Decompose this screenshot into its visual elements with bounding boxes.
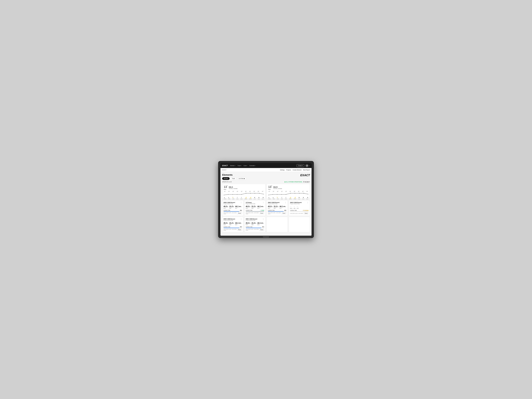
card-title-4: 3048 X 3048 Element bbox=[290, 202, 302, 203]
metric-max-3: 45.3°C MAX bbox=[268, 206, 272, 209]
date-range-3: AUG 23/22 12:05 - AUG 23/22 18:00 bbox=[268, 212, 282, 214]
weather-icon: ☁ bbox=[224, 197, 225, 198]
weather-icon: 🌙 bbox=[245, 197, 247, 198]
weather-site-location-a: Toronto, Canada bbox=[229, 188, 237, 189]
tab-list-view[interactable]: List View ▶ bbox=[237, 177, 247, 180]
nav-item-track[interactable]: Track ▾ bbox=[237, 164, 242, 167]
card-menu-3[interactable]: ⋮ bbox=[285, 202, 286, 203]
element-card-4: 3048 X 3048 Element Project 20192 A Site… bbox=[289, 200, 310, 216]
card-menu-6[interactable]: ⋮ bbox=[262, 218, 264, 220]
chevron-down-icon: ▾ bbox=[255, 165, 255, 166]
weather-icon: 🌙 bbox=[290, 197, 291, 198]
card-project-1: Project 20192 A Site bbox=[223, 203, 235, 204]
svg-point-0 bbox=[224, 195, 224, 195]
weather-condition-a: Rain bbox=[224, 189, 228, 190]
svg-point-6 bbox=[250, 193, 251, 194]
svg-point-14 bbox=[286, 194, 286, 195]
svg-point-12 bbox=[277, 194, 277, 195]
svg-point-1 bbox=[228, 194, 228, 195]
settings-link[interactable]: Settings bbox=[280, 169, 285, 171]
metric-max-6: 45.3°C MAX bbox=[246, 222, 250, 225]
svg-point-4 bbox=[241, 194, 242, 195]
main-content: Elements Monitor Track List View ▶ EXACT… bbox=[221, 172, 311, 236]
reset-button-3[interactable]: Reset bbox=[282, 212, 286, 214]
card-menu-4[interactable]: ⋮ bbox=[307, 202, 309, 203]
svg-point-3 bbox=[237, 194, 237, 195]
chevron-down-icon: ▾ bbox=[247, 165, 247, 166]
date-range-2: AUG 23/22 12:05 - AUG 23/22 18:00 bbox=[246, 212, 260, 214]
metric-mat-2: 44.1 MPa MAT bbox=[257, 206, 263, 209]
card-title-2: 12 Primary bbox=[246, 202, 255, 203]
create-element-link[interactable]: Create Element bbox=[293, 169, 301, 171]
metric-min-3: 21.2°C MIN bbox=[274, 206, 278, 209]
reset-button-5[interactable]: Reset bbox=[237, 229, 242, 231]
card-menu-2[interactable]: ⋮ bbox=[262, 202, 264, 203]
weather-line-chart-b bbox=[268, 192, 308, 196]
card-menu-5[interactable]: ⋮ bbox=[240, 218, 242, 220]
element-card-1: 3048 X 3048 Element Project 20192 A Site… bbox=[222, 200, 243, 216]
weather-site-name-a: Site A bbox=[229, 186, 237, 188]
reset-button-2[interactable]: Reset bbox=[260, 212, 264, 214]
progress-bar-3 bbox=[268, 211, 286, 212]
create-button[interactable]: Create ▾ bbox=[297, 164, 304, 167]
weather-condition-b: Rain bbox=[268, 189, 272, 190]
chevron-right-icon: ▶ bbox=[244, 178, 245, 179]
card-title-6: 3048 X 3048 Element bbox=[246, 218, 257, 220]
weather-icon: 🌧 bbox=[254, 197, 255, 198]
svg-point-17 bbox=[299, 193, 299, 194]
weather-icon: 🌙 bbox=[250, 197, 251, 198]
chevron-down-icon: ▾ bbox=[302, 165, 303, 166]
reset-button-4[interactable]: Reset bbox=[304, 212, 309, 214]
weather-icon: ☁ bbox=[272, 197, 274, 198]
element-card-5: 3048 X 3048 Element Project 20192 A Site… bbox=[222, 217, 243, 232]
nav-item-cure[interactable]: Cure ▾ bbox=[243, 164, 248, 167]
metric-max-2: 45.3°C MAX bbox=[246, 206, 250, 209]
reset-button-1[interactable]: Reset bbox=[237, 212, 242, 214]
bulk-report-link[interactable]: Bulk Report bbox=[303, 169, 310, 171]
card-project-4: Project 20192 A Site bbox=[290, 203, 302, 204]
metric-mat-5: 44.1 MPa MAT bbox=[235, 222, 241, 225]
systems-status-badge: ALL SYSTEMS OPERATIONAL bbox=[285, 181, 302, 183]
weather-icon: ☀ bbox=[285, 197, 286, 198]
elements-grid: 3048 X 3048 Element Project 20192 A Site… bbox=[222, 200, 310, 232]
metric-mat-1: 44.1 MPa MAT bbox=[235, 206, 241, 209]
weather-temp-b: 13° bbox=[268, 185, 272, 188]
metric-mat-3: 44.1 MPa MAT bbox=[279, 206, 285, 209]
empty-card-1 bbox=[266, 217, 288, 232]
weather-icon: ⛅ bbox=[232, 197, 234, 198]
weather-line-chart-a bbox=[224, 192, 264, 196]
svg-point-2 bbox=[232, 194, 233, 195]
card-project-6: Project 20192 A Site bbox=[246, 220, 257, 221]
svg-point-18 bbox=[304, 193, 304, 194]
empty-card-2 bbox=[289, 217, 310, 232]
weather-icon: 🌧 bbox=[298, 197, 300, 198]
reset-button-6[interactable]: Reset bbox=[260, 229, 264, 231]
nav-item-monitor[interactable]: Monitor ▾ bbox=[229, 164, 236, 167]
nav-item-concrete[interactable]: Concrete ▾ bbox=[248, 164, 256, 167]
projects-link[interactable]: Projects bbox=[286, 169, 291, 171]
date-range-4: AUG 23/22 12:05 - AUG 23/22 bbox=[290, 213, 303, 214]
avatar[interactable]: JS bbox=[305, 164, 309, 167]
svg-point-19 bbox=[308, 194, 308, 194]
svg-point-9 bbox=[264, 194, 264, 194]
metric-min-5: 21.2°C MIN bbox=[229, 222, 234, 225]
filter-button[interactable]: ☰ FILTER ▾ bbox=[303, 181, 310, 183]
tab-track[interactable]: Track bbox=[230, 177, 237, 180]
svg-point-15 bbox=[290, 193, 291, 194]
weather-icon: ☀ bbox=[241, 197, 242, 198]
date-range-6: AUG 23/22 12:05 - AUG 23/22 18:00 bbox=[246, 229, 260, 231]
metric-min-4: -- MIN bbox=[294, 206, 295, 209]
weather-panel-site-b: 13° Rain Site B Toronto, Canada 13° 15° … bbox=[267, 184, 310, 199]
element-card-2: 12 Primary Project 20192 A Site ⋮ 45.3°C… bbox=[244, 200, 266, 216]
metric-min-6: 21.2°C MIN bbox=[252, 222, 256, 225]
metric-max-1: 45.3°C MAX bbox=[223, 206, 228, 209]
page-header: Elements Monitor Track List View ▶ EXACT bbox=[222, 174, 310, 180]
progress-bar-5 bbox=[223, 228, 242, 228]
weather-icon: ☁ bbox=[228, 197, 229, 198]
chevron-down-icon: ▾ bbox=[241, 165, 241, 166]
weather-icon: ⛅ bbox=[277, 197, 278, 198]
card-project-5: Project 20192 A Site bbox=[223, 220, 235, 221]
tab-monitor[interactable]: Monitor bbox=[222, 177, 230, 180]
weather-grid: 13° Rain Site A Toronto, Canada 13° 15° … bbox=[222, 184, 310, 199]
card-menu-1[interactable]: ⋮ bbox=[240, 202, 242, 203]
